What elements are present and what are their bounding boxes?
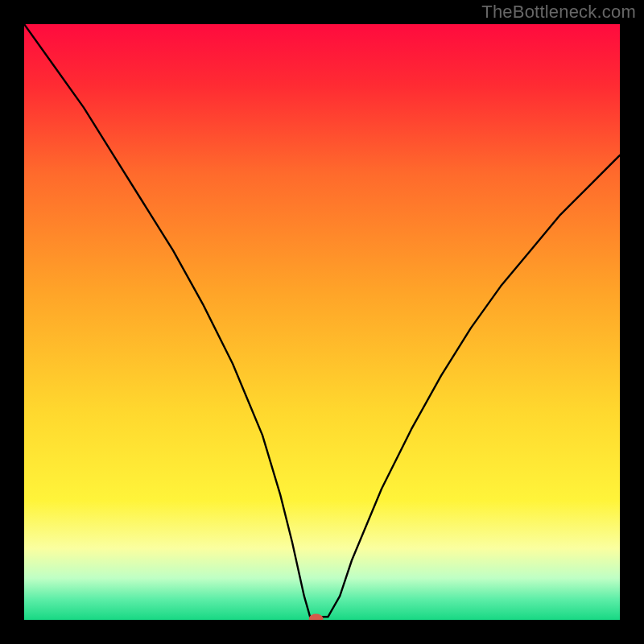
gradient-background (24, 24, 620, 620)
plot-area (24, 24, 620, 620)
chart-svg (24, 24, 620, 620)
watermark-text: TheBottleneck.com (481, 2, 636, 23)
chart-frame: TheBottleneck.com (0, 0, 644, 644)
